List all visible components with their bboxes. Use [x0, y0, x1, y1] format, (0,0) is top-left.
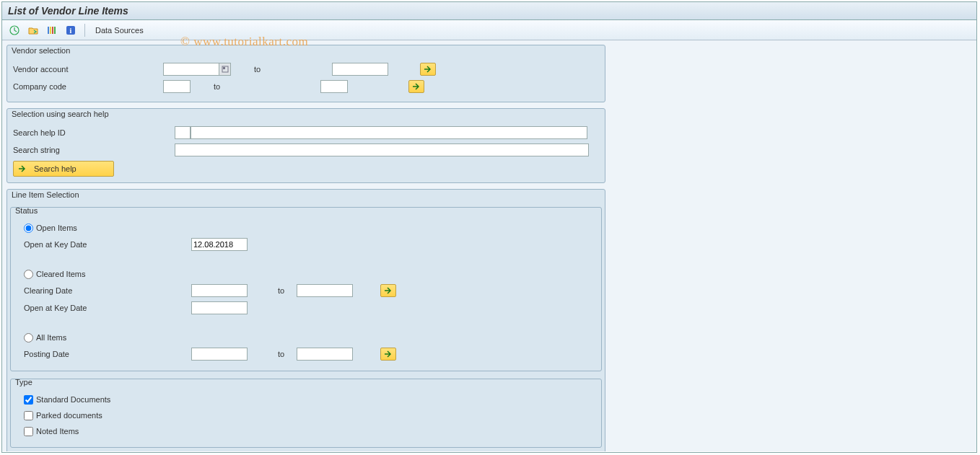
line-item-selection-title: Line Item Selection: [7, 188, 605, 201]
status-group-title: Status: [11, 206, 601, 215]
arrow-right-icon: [384, 350, 393, 358]
line-item-selection-panel: Line Item Selection Status Open Items Op…: [6, 189, 605, 451]
dynamic-selections-button[interactable]: [44, 23, 60, 37]
noted-items-label: Noted Items: [36, 427, 79, 436]
all-items-radio[interactable]: [24, 333, 33, 343]
vendor-selection-title: Vendor selection: [7, 44, 605, 57]
clearing-date-label: Clearing Date: [24, 286, 162, 295]
search-help-button[interactable]: Search help: [13, 161, 114, 177]
company-to-label: to: [191, 82, 320, 91]
standard-docs-checkbox[interactable]: [24, 395, 33, 405]
posting-date-label: Posting Date: [24, 350, 162, 358]
main-scroll-area[interactable]: Vendor selection Vendor account to Compa…: [2, 40, 976, 451]
company-code-from-input[interactable]: [163, 80, 191, 93]
svg-rect-3: [52, 27, 53, 34]
application-toolbar: i Data Sources: [2, 20, 976, 40]
open-items-radio[interactable]: [24, 224, 33, 233]
parked-docs-checkbox[interactable]: [24, 411, 33, 420]
toolbar-separator: [84, 24, 85, 37]
open-key-date2-input[interactable]: [191, 301, 248, 314]
svg-text:i: i: [70, 27, 72, 35]
search-help-title: Selection using search help: [7, 107, 605, 120]
info-icon: i: [66, 25, 76, 35]
f4-icon: [222, 66, 229, 73]
arrow-right-icon: [384, 287, 393, 294]
folder-out-icon: [28, 25, 38, 35]
vendor-multiple-selection-button[interactable]: [420, 63, 436, 76]
open-key-date-label: Open at Key Date: [24, 240, 162, 249]
clock-execute-icon: [9, 25, 19, 35]
vendor-account-from-input[interactable]: [163, 63, 219, 76]
posting-multiple-selection-button[interactable]: [380, 348, 396, 361]
posting-date-to-input[interactable]: [297, 348, 353, 361]
svg-rect-1: [48, 27, 49, 34]
open-items-label: Open Items: [36, 224, 77, 232]
data-sources-button[interactable]: Data Sources: [95, 26, 144, 35]
company-code-label: Company code: [12, 82, 163, 91]
search-string-label: Search string: [12, 146, 175, 154]
arrow-right-icon: [424, 66, 432, 73]
type-group: Type Standard Documents Parked documents…: [10, 379, 602, 448]
search-help-button-label: Search help: [34, 164, 76, 173]
page-title: List of Vendor Line Items: [2, 2, 976, 20]
search-help-id-label: Search help ID: [12, 128, 175, 137]
type-group-title: Type: [11, 378, 601, 386]
color-bars-icon: [47, 25, 57, 35]
clearing-multiple-selection-button[interactable]: [380, 284, 396, 297]
clearing-to-label: to: [248, 286, 297, 295]
search-help-id-short-input[interactable]: [175, 126, 191, 139]
posting-to-label: to: [248, 350, 297, 358]
company-multiple-selection-button[interactable]: [408, 80, 424, 93]
open-key-date-input[interactable]: [191, 238, 248, 251]
vendor-account-f4-button[interactable]: [219, 63, 231, 76]
arrow-right-icon: [412, 83, 421, 90]
open-key-date2-label: Open at Key Date: [24, 304, 162, 312]
clearing-date-from-input[interactable]: [191, 284, 248, 297]
clearing-date-to-input[interactable]: [297, 284, 353, 297]
cleared-items-radio[interactable]: [24, 270, 33, 279]
get-variant-button[interactable]: [25, 23, 41, 37]
cleared-items-label: Cleared Items: [36, 270, 85, 278]
search-string-input[interactable]: [175, 143, 589, 156]
noted-items-checkbox[interactable]: [24, 427, 33, 436]
standard-docs-label: Standard Documents: [36, 395, 110, 404]
company-code-to-input[interactable]: [320, 80, 348, 93]
vendor-account-label: Vendor account: [12, 65, 163, 74]
info-button[interactable]: i: [63, 23, 79, 37]
status-group: Status Open Items Open at Key Date C: [10, 207, 602, 371]
search-help-panel: Selection using search help Search help …: [6, 108, 605, 183]
vendor-account-to-input[interactable]: [332, 63, 388, 76]
posting-date-from-input[interactable]: [191, 348, 248, 361]
vendor-selection-panel: Vendor selection Vendor account to Compa…: [6, 45, 605, 102]
arrow-right-icon: [18, 165, 27, 172]
vendor-to-label: to: [231, 65, 332, 74]
svg-rect-8: [223, 67, 225, 69]
execute-button[interactable]: [6, 23, 22, 37]
all-items-label: All Items: [36, 333, 66, 342]
parked-docs-label: Parked documents: [36, 411, 102, 420]
svg-rect-4: [54, 27, 56, 34]
search-help-id-input[interactable]: [191, 126, 587, 139]
svg-rect-2: [50, 27, 51, 34]
